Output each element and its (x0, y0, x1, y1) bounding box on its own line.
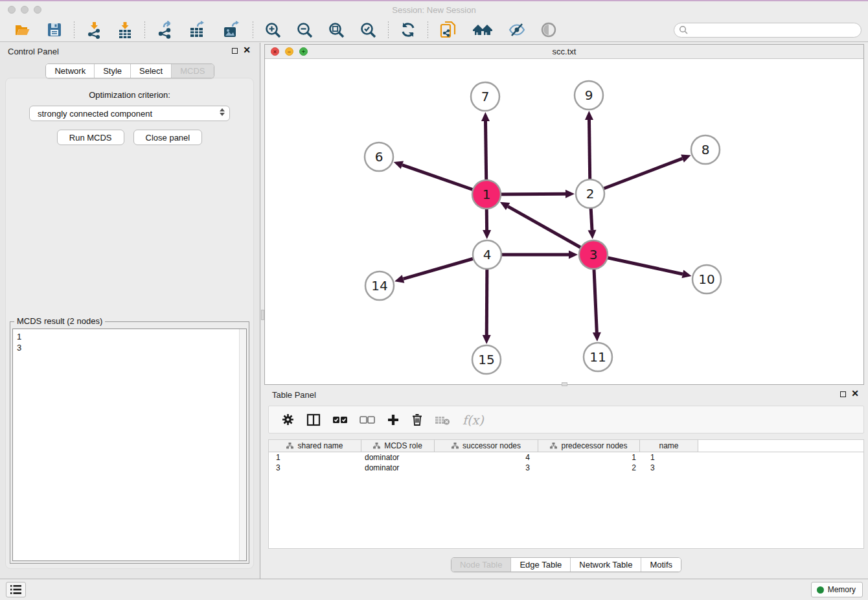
control-panel-title: Control Panel (8, 47, 59, 56)
node-table: shared name MCDS role successor nodes (268, 439, 864, 549)
result-scrollbar[interactable] (239, 329, 246, 560)
table-cell[interactable]: dominator (361, 453, 435, 462)
table-panel-title: Table Panel (272, 390, 316, 400)
mcds-result-line: 3 (17, 342, 242, 353)
tab-node-table[interactable]: Node Table (451, 558, 511, 571)
column-header-mcds-role[interactable]: MCDS role (361, 440, 435, 452)
open-folder-icon (14, 21, 32, 38)
table-cell[interactable]: 2 (538, 463, 640, 472)
control-panel: Control Panel ✕ Network Style Select MCD… (0, 43, 260, 579)
criterion-select[interactable]: strongly connected component (29, 106, 230, 121)
show-columns-button[interactable] (306, 413, 321, 426)
close-panel-button[interactable]: Close panel (133, 130, 203, 145)
graph-node-label: 10 (698, 271, 714, 287)
zoom-in-icon (264, 21, 282, 39)
table-cell[interactable]: 3 (269, 463, 361, 472)
export-table-icon (188, 21, 208, 39)
zoom-selected-button[interactable] (357, 20, 380, 40)
close-panel-icon[interactable]: ✕ (243, 45, 251, 55)
task-history-button[interactable] (6, 582, 26, 597)
table-cell[interactable]: 1 (640, 453, 698, 462)
memory-button[interactable]: Memory (811, 582, 863, 597)
graph-arrowhead (483, 335, 491, 344)
table-cell[interactable]: 3 (640, 463, 698, 472)
vertical-splitter[interactable] (260, 43, 264, 579)
column-settings-button[interactable] (281, 413, 295, 426)
sort-hierarchy-icon (451, 443, 459, 449)
tab-network-table[interactable]: Network Table (570, 558, 641, 571)
table-cell[interactable]: dominator (361, 463, 435, 472)
zoom-out-button[interactable] (293, 20, 316, 40)
sort-hierarchy-icon (550, 443, 557, 449)
list-icon (10, 585, 21, 594)
tab-select[interactable]: Select (130, 64, 171, 78)
graph-node-label: 9 (585, 87, 593, 103)
tab-mcds[interactable]: MCDS (171, 64, 213, 78)
graph-arrowhead (681, 270, 691, 279)
table-cell[interactable]: 1 (269, 453, 361, 462)
graph-node-label: 3 (589, 247, 598, 262)
memory-status-icon (817, 586, 824, 594)
table-cell[interactable]: 1 (538, 453, 640, 462)
graph-arrowhead (593, 332, 601, 341)
home-button[interactable] (469, 21, 496, 39)
eye-slash-icon (508, 22, 526, 38)
run-mcds-button[interactable]: Run MCDS (57, 130, 124, 145)
table-row[interactable]: 3dominator323 (269, 463, 863, 473)
graph-node-label: 2 (586, 186, 595, 202)
table-cell[interactable]: 3 (435, 463, 538, 472)
column-header-shared-name[interactable]: shared name (269, 440, 361, 452)
search-icon (679, 25, 689, 35)
close-table-panel-icon[interactable]: ✕ (851, 388, 859, 398)
export-network-button[interactable] (154, 19, 177, 40)
status-bar: Memory (0, 579, 868, 600)
function-builder-label[interactable]: f(x) (463, 413, 484, 427)
graph-node-label: 8 (702, 142, 710, 157)
table-cell[interactable]: 4 (435, 453, 538, 462)
search-input[interactable] (674, 23, 862, 38)
column-header-successor-nodes[interactable]: successor nodes (435, 440, 538, 452)
copy-network-button[interactable] (437, 19, 460, 41)
import-table-button[interactable] (114, 19, 136, 40)
main-toolbar (0, 18, 868, 42)
float-panel-icon[interactable] (232, 48, 238, 54)
deselect-all-rows-button[interactable] (360, 415, 375, 424)
tab-edge-table[interactable]: Edge Table (510, 558, 570, 571)
tab-motifs[interactable]: Motifs (641, 558, 681, 571)
toolbar-divider (428, 21, 428, 38)
tab-network[interactable]: Network (46, 64, 94, 78)
lens-button[interactable] (538, 20, 560, 40)
zoom-fit-icon (328, 21, 345, 39)
select-all-rows-button[interactable] (332, 415, 348, 424)
graph-arrowhead (483, 230, 491, 239)
hide-eye-button[interactable] (505, 21, 529, 39)
export-image-button[interactable] (220, 19, 244, 40)
network-graph-canvas[interactable]: 7968124314101511 (265, 59, 863, 384)
mcds-result-list[interactable]: 13 (12, 329, 247, 561)
refresh-layout-button[interactable] (397, 20, 419, 40)
create-column-button[interactable] (387, 413, 400, 426)
zoom-selected-icon (360, 21, 377, 39)
graph-arrowhead (565, 190, 575, 198)
import-network-button[interactable] (83, 19, 105, 40)
save-session-button[interactable] (43, 20, 65, 40)
export-table-button[interactable] (186, 19, 211, 40)
zoom-in-button[interactable] (262, 20, 284, 40)
toolbar-divider (74, 21, 74, 38)
open-session-button[interactable] (11, 20, 34, 40)
tab-style[interactable]: Style (94, 64, 130, 78)
mcds-result-title: MCDS result (2 nodes) (14, 316, 105, 326)
column-header-name[interactable]: name (640, 440, 698, 452)
right-area: × − + scc.txt 7968124314101511 Table Pan… (264, 43, 868, 579)
table-row[interactable]: 1dominator411 (269, 452, 863, 463)
float-table-panel-icon[interactable] (840, 391, 846, 397)
graph-node-label: 14 (371, 278, 387, 294)
graph-node-label: 11 (589, 349, 606, 365)
graph-node-label: 15 (478, 352, 494, 367)
delete-column-button[interactable] (411, 413, 423, 426)
delete-table-button[interactable] (435, 414, 450, 426)
column-header-predecessor-nodes[interactable]: predecessor nodes (538, 440, 640, 452)
titlebar: Session: New Session (0, 1, 868, 18)
network-view-window: × − + scc.txt 7968124314101511 (264, 44, 864, 385)
zoom-fit-button[interactable] (325, 20, 348, 40)
